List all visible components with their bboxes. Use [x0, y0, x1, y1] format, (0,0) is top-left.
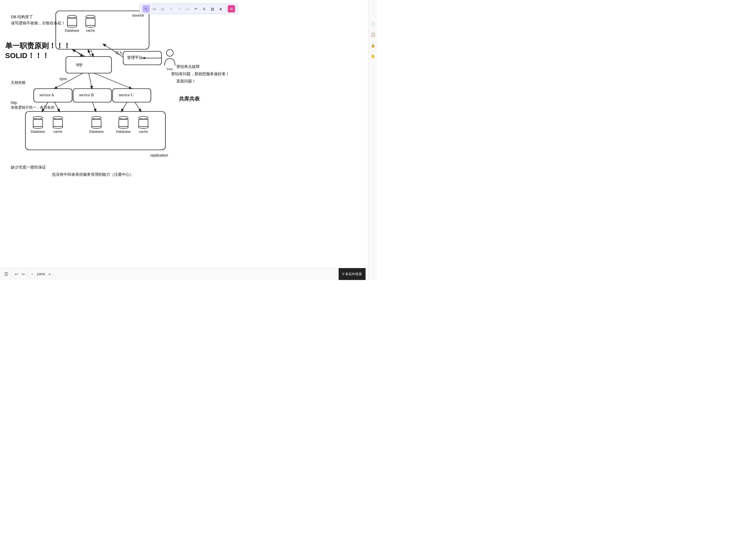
bottom-cache1-icon: cache — [53, 116, 63, 134]
svg-line-14 — [55, 73, 83, 89]
user-figure: User — [163, 49, 176, 71]
redo-button[interactable]: ↪ — [21, 272, 25, 277]
pencil-tool[interactable]: ✏ — [192, 5, 200, 13]
face-problem-annotation: 直面问题！ — [176, 79, 196, 84]
sidebar-icon-4[interactable]: ✋ — [370, 54, 376, 59]
bottom-bar: ☰ ↩ ↪ − 100% + — [0, 268, 368, 280]
replication-annotation: replication — [151, 153, 168, 157]
sidebar-icon-1[interactable]: 📄 — [370, 21, 376, 26]
svg-line-7 — [73, 50, 85, 57]
bottom-cache2-icon: cache — [138, 116, 148, 134]
management-label: 管理平台 — [127, 55, 143, 60]
svg-rect-1 — [66, 57, 112, 73]
zoom-in-button[interactable]: + — [48, 272, 51, 277]
app-label: app — [76, 62, 82, 67]
sync-annotation: sync — [60, 77, 67, 81]
service-b-label: service B — [79, 93, 94, 97]
eraser-tool[interactable]: ◈ — [217, 5, 224, 13]
svg-line-15 — [89, 73, 92, 89]
svg-line-19 — [92, 102, 96, 112]
solid-annotation: SOLID！！！ — [5, 51, 49, 61]
svg-line-18 — [55, 102, 60, 112]
fear-single-annotation: 害怕单点故障 — [176, 64, 200, 69]
consistency-annotation: 缺少兜底一致性保证 — [11, 165, 46, 170]
svg-line-10 — [91, 50, 93, 57]
read-write-annotation: 读写逻辑不收敛，分散在各处！！ — [11, 21, 69, 26]
svg-line-21 — [135, 102, 141, 112]
bottom-db3-icon: Database — [116, 116, 131, 134]
bottom-db1-icon: Database — [31, 116, 45, 134]
menu-button[interactable]: ☰ — [4, 272, 8, 277]
no-middle-annotation: 也没有中间者承担服务管理的能力（注册中心） — [52, 172, 134, 177]
bottom-db2-icon: Database — [89, 116, 104, 134]
http-annotation: http — [11, 101, 17, 105]
toolbar: ↖ ▭ ◇ ○ → — ✏ A ▨ ◈ AI — [140, 4, 238, 14]
toolbar-divider — [226, 6, 226, 12]
svg-line-9 — [74, 50, 83, 57]
zoom-level: 100% — [37, 272, 45, 276]
ai-tool[interactable]: AI — [228, 5, 235, 13]
diamond-tool[interactable]: ◇ — [159, 5, 166, 13]
source-cache-icon: cache — [85, 15, 95, 33]
interdep-annotation: 互相依赖 — [11, 80, 25, 85]
shared-annotation: 共库共表 — [179, 95, 200, 102]
write-in-label: 写入 — [115, 51, 123, 56]
sidebar-icon-2[interactable]: 📋 — [370, 32, 376, 37]
fear-problem-annotation: 害怕有问题，那就把服务做好来！ — [171, 72, 230, 77]
service-c-label: service C — [119, 93, 133, 97]
text-tool[interactable]: A — [201, 5, 208, 13]
svg-line-16 — [94, 73, 132, 89]
select-tool[interactable]: ↖ — [143, 5, 150, 13]
db-structure-annotation: DB 结构变了 — [11, 15, 33, 19]
svg-point-23 — [166, 49, 173, 56]
undo-button[interactable]: ↩ — [15, 272, 18, 277]
backlink-badge: 0 条反向链接 — [339, 268, 365, 280]
image-tool[interactable]: ▨ — [209, 5, 216, 13]
line-tool[interactable]: — — [184, 5, 191, 13]
bar-divider2 — [28, 271, 28, 277]
svg-line-20 — [121, 102, 127, 112]
service-a-label: service A — [39, 93, 54, 97]
rect-tool[interactable]: ▭ — [151, 5, 158, 13]
principle-annotation: 单一职责原则！！！ — [5, 41, 71, 51]
user-label: User — [163, 67, 176, 71]
right-sidebar: 📄 📋 🔒 ✋ — [368, 0, 378, 280]
svg-line-8 — [88, 50, 91, 57]
circle-tool[interactable]: ○ — [167, 5, 175, 13]
zoom-out-button[interactable]: − — [31, 272, 34, 277]
arrow-tool[interactable]: → — [176, 5, 183, 13]
sidebar-icon-3[interactable]: 🔒 — [370, 42, 376, 48]
sign-logic-annotation: 加签逻辑不统一，各写各的 — [11, 105, 55, 110]
